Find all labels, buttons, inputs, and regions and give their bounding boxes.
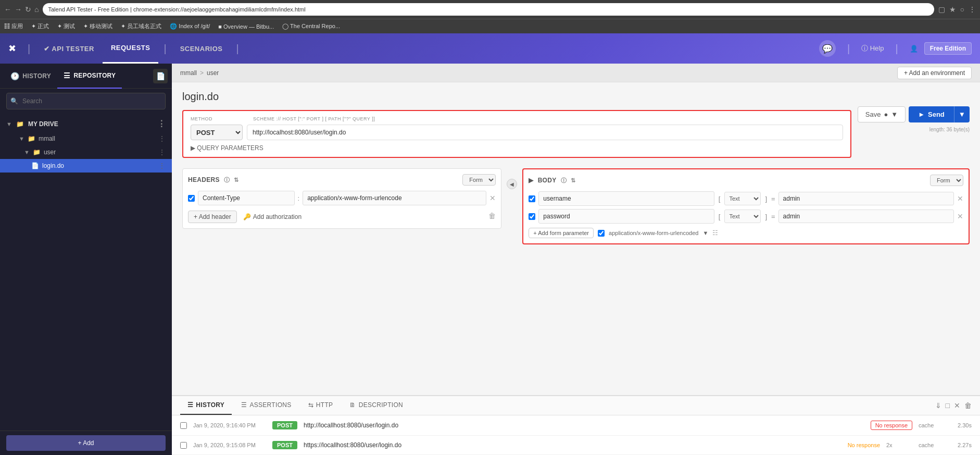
tab-repository[interactable]: ☰ REPOSITORY (57, 64, 122, 89)
tree-menu-icon[interactable]: ⋮ (157, 119, 166, 129)
search-input[interactable] (6, 93, 166, 109)
method-select[interactable]: POST GET PUT DELETE (191, 125, 243, 140)
body-bottom: + Add form parameter application/x-www-f… (529, 228, 963, 238)
divider-5: | (895, 43, 898, 55)
bookmark-apps[interactable]: ☷ 应用 (4, 22, 23, 30)
history-tab-history[interactable]: ☰ HISTORY (180, 396, 232, 415)
history-cache-1: cache (919, 422, 945, 428)
nav-api-tester[interactable]: ✔ API TESTER (35, 33, 103, 64)
profile-icon: ○ (960, 5, 964, 14)
body-row-password: [ Text File ] = ✕ (529, 209, 963, 224)
header-remove-icon[interactable]: ✕ (489, 194, 496, 202)
forward-button[interactable]: → (15, 5, 22, 14)
browser-icons: ▢ ★ ○ ⋮ (938, 5, 976, 14)
history-duration-2: 2.27s (951, 442, 972, 448)
history-url-1[interactable]: http://locallhost:8080/user/login.do (304, 422, 864, 429)
query-params-toggle[interactable]: ▶ QUERY PARAMETERS (191, 144, 843, 152)
login-menu-icon[interactable]: ⋮ (158, 162, 166, 170)
bookmark-employee[interactable]: ✦ 员工域名正式 (121, 22, 161, 30)
body-content-type-checkbox[interactable] (598, 230, 605, 237)
free-edition-badge: Free Edition (924, 42, 972, 55)
send-wrapper: ► Send ▼ (909, 106, 970, 122)
divider-3: | (236, 43, 238, 55)
address-bar[interactable]: Talend API Tester - Free Edition | chrom… (43, 3, 934, 16)
tab-history[interactable]: 🕐 HISTORY (4, 64, 57, 89)
download-icon[interactable]: ⇓ (935, 401, 941, 410)
body-sort-icon[interactable]: ⇅ (571, 177, 575, 184)
headers-sort-icon[interactable]: ⇅ (234, 177, 238, 183)
url-input[interactable] (247, 125, 843, 140)
add-environment-button[interactable]: + Add an environment (897, 67, 972, 79)
bookmark-mobile[interactable]: ✦ 移动测试 (83, 22, 112, 30)
doc-icon[interactable]: 📄 (153, 69, 168, 83)
history-checkbox-2[interactable] (180, 442, 187, 449)
header-value-content-type[interactable] (303, 191, 486, 205)
nav-requests[interactable]: REQUESTS (103, 33, 159, 64)
tree-folder-mmall[interactable]: ▼ 📁 mmall ⋮ (0, 132, 172, 145)
divider-1: | (28, 43, 30, 55)
bookmark-git[interactable]: 🌐 Index of /git/ (170, 23, 210, 30)
body-grid-icon[interactable]: ☷ (712, 229, 718, 237)
tree-my-drive[interactable]: ▼ 📁 MY DRIVE ⋮ (0, 116, 172, 132)
body-value-username[interactable] (778, 192, 954, 205)
history-row-1: Jan 9, 2020, 9:16:40 PM POST http://loca… (172, 415, 980, 436)
body-name-password[interactable] (538, 209, 714, 224)
body-type-username[interactable]: Text File (724, 192, 761, 205)
header-checkbox-content-type[interactable] (188, 195, 195, 202)
home-button[interactable]: ⌂ (34, 5, 39, 14)
bookmark-ceshi[interactable]: ✦ 测试 (57, 22, 75, 30)
history-url-2[interactable]: https://locallhost:8080/user/login.do (304, 441, 841, 449)
add-authorization-button[interactable]: 🔑 Add authorization (243, 213, 301, 220)
history-checkbox-1[interactable] (180, 422, 187, 429)
reload-button[interactable]: ↻ (25, 5, 31, 14)
main-layout: 🕐 HISTORY ☰ REPOSITORY 📄 🔍 ▼ 📁 MY DRIVE … (0, 64, 980, 455)
headers-trash-icon[interactable]: 🗑 (488, 212, 496, 220)
headers-info-icon[interactable]: ⓘ (224, 176, 230, 184)
body-remove-username[interactable]: ✕ (957, 194, 963, 203)
headers-title: HEADERS (188, 176, 220, 183)
expand-icon[interactable]: □ (946, 401, 950, 410)
add-header-button[interactable]: + Add header (188, 211, 237, 223)
body-value-password[interactable] (778, 210, 954, 223)
body-info-icon[interactable]: ⓘ (561, 177, 567, 185)
body-format-select[interactable]: Form Raw (930, 175, 963, 186)
headers-format-select[interactable]: Form Raw (462, 174, 496, 186)
url-labels: METHOD SCHEME :// HOST [":" PORT ] [ PAT… (191, 116, 843, 121)
breadcrumb-mmall: mmall (180, 69, 197, 77)
save-chevron: ▼ (891, 110, 898, 118)
back-button[interactable]: ← (4, 5, 11, 14)
history-tab-http[interactable]: ⇆ HTTP (301, 396, 341, 415)
send-dropdown-button[interactable]: ▼ (954, 106, 970, 122)
bookmark-central[interactable]: ◯ The Central Repo... (282, 23, 340, 30)
add-form-parameter-button[interactable]: + Add form parameter (529, 228, 594, 238)
body-checkbox-username[interactable] (529, 195, 535, 202)
close-icon[interactable]: ✕ (954, 401, 960, 410)
send-button[interactable]: ► Send (909, 106, 954, 122)
save-button[interactable]: Save ● ▼ (858, 106, 906, 122)
eq-sign-1: = (771, 195, 775, 203)
nav-scenarios[interactable]: SCENARIOS (172, 33, 231, 64)
folder-label-mmall: mmall (39, 135, 55, 142)
chat-icon[interactable]: 💬 (819, 40, 836, 57)
bookmark-zhengshi[interactable]: ✦ 正式 (31, 22, 49, 30)
body-name-username[interactable] (538, 191, 714, 206)
bookmark-bitbu[interactable]: ■ Overview — Bitbu... (218, 23, 274, 30)
body-checkbox-password[interactable] (529, 213, 535, 220)
history-tab-assertions[interactable]: ☰ ASSERTIONS (234, 396, 298, 415)
browser-bar: ← → ↻ ⌂ Talend API Tester - Free Edition… (0, 0, 980, 19)
mmall-menu-icon[interactable]: ⋮ (158, 134, 166, 143)
tree-folder-user[interactable]: ▼ 📁 user ⋮ (0, 145, 172, 159)
history-tab-description[interactable]: 🗎 DESCRIPTION (342, 396, 410, 415)
help-link[interactable]: ⓘ Help (861, 44, 884, 53)
body-remove-password[interactable]: ✕ (957, 212, 963, 220)
history-time-2: Jan 9, 2020, 9:15:08 PM (193, 442, 266, 448)
tree-file-login[interactable]: 📄 login.do ⋮ (0, 159, 172, 173)
panel-nav-arrow[interactable]: ◀ (507, 179, 517, 189)
request-title: login.do (182, 91, 851, 103)
header-name-content-type[interactable] (198, 191, 295, 205)
trash-icon[interactable]: 🗑 (964, 401, 972, 410)
add-button[interactable]: + Add (6, 435, 166, 451)
body-type-password[interactable]: Text File (724, 210, 761, 223)
breadcrumb-user: user (207, 69, 219, 77)
user-menu-icon[interactable]: ⋮ (158, 148, 166, 156)
